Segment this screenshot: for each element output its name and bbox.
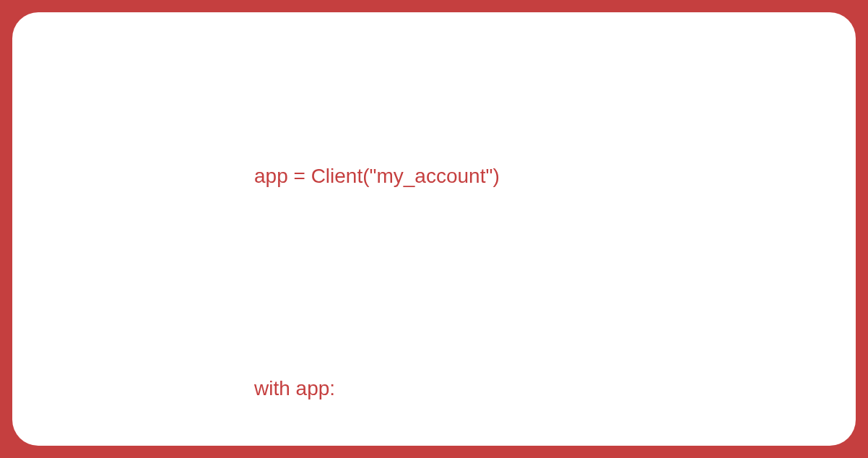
code-line-3: app = Client("my_account") [254,158,563,194]
code-line-2 [254,52,563,87]
code-line-5: with app: [254,371,563,406]
code-card: from pyrogram import Client app = Client… [12,12,856,446]
code-snippet: from pyrogram import Client app = Client… [254,0,563,458]
code-line-4 [254,264,563,300]
